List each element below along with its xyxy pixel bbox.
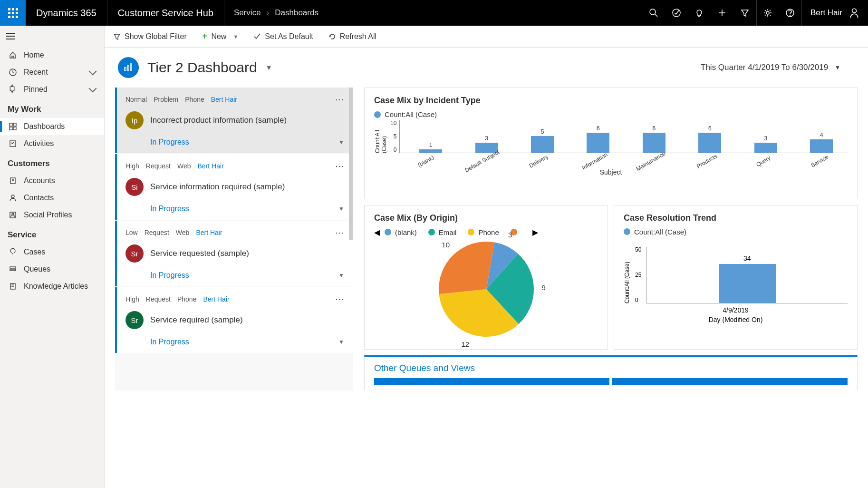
bar-value: 6 [597, 125, 600, 132]
chart-resolution-trend: Case Resolution Trend Count:All (Case) C… [614, 205, 858, 350]
pie-chart: 391210 [439, 242, 534, 337]
svg-point-2 [673, 9, 680, 17]
main-content: Tier 2 Dashboard ▼ This Quarter 4/1/2019… [105, 48, 868, 488]
case-card[interactable]: Normal Problem Phone Bert Hair ⋯ Ip Inco… [115, 88, 353, 153]
svg-rect-17 [13, 127, 16, 130]
plus-icon[interactable] [711, 0, 733, 26]
case-card[interactable]: High Request Phone Bert Hair ⋯ Sr Servic… [115, 287, 353, 353]
chevron-down-icon[interactable]: ▼ [338, 272, 344, 279]
more-icon[interactable]: ⋯ [335, 294, 344, 304]
help-icon[interactable] [779, 0, 802, 26]
bar-value: 6 [653, 125, 656, 132]
dashboard-header: Tier 2 Dashboard ▼ This Quarter 4/1/2019… [105, 48, 868, 88]
chevron-down-icon[interactable]: ▼ [266, 64, 272, 71]
case-title: Service information required (sample) [150, 182, 285, 192]
more-icon[interactable]: ⋯ [335, 161, 344, 171]
avatar: Sr [125, 244, 144, 263]
user-icon [849, 8, 859, 18]
nav-home[interactable]: Home [0, 47, 104, 64]
filter-icon[interactable] [733, 0, 756, 26]
legend-item: Email [428, 228, 457, 236]
nav-label: Contacts [24, 194, 54, 202]
hub-label[interactable]: Customer Service Hub [107, 0, 224, 26]
case-origin: Web [176, 229, 190, 236]
nav-label: Knowledge Articles [24, 282, 88, 291]
nav-label: Activities [24, 139, 54, 148]
new-button[interactable]: + New ▼ [199, 29, 241, 44]
legend-prev-icon[interactable]: ◀ [374, 228, 380, 237]
breadcrumb-page[interactable]: Dashboards [275, 8, 318, 18]
nav-label: Accounts [24, 176, 55, 185]
chart-title: Case Mix by Incident Type [374, 96, 848, 106]
case-origin: Phone [177, 295, 196, 303]
case-owner[interactable]: Bert Hair [196, 229, 222, 236]
svg-point-22 [11, 195, 14, 198]
nav-queues[interactable]: Queues [0, 261, 104, 278]
more-icon[interactable]: ⋯ [335, 227, 344, 238]
breadcrumb-area[interactable]: Service [234, 8, 261, 18]
refresh-icon [328, 33, 336, 40]
brand-label[interactable]: Dynamics 365 [26, 0, 107, 26]
nav-activities[interactable]: Activities [0, 135, 104, 152]
nav-section-mywork: My Work [0, 98, 104, 118]
case-status: In Progress [150, 271, 189, 280]
date-range-label[interactable]: This Quarter 4/1/2019 To 6/30/2019 [701, 63, 828, 72]
case-owner[interactable]: Bert Hair [211, 96, 237, 103]
avatar: Ip [125, 111, 144, 129]
case-type: Problem [154, 96, 178, 103]
lightbulb-icon[interactable] [688, 0, 711, 26]
nav-social-profiles[interactable]: Social Profiles [0, 206, 104, 224]
checkmark-circle-icon[interactable] [665, 0, 688, 26]
legend-item: Count:All (Case) [374, 110, 437, 118]
settings-icon[interactable] [756, 0, 779, 26]
show-global-filter-button[interactable]: Show Global Filter [110, 30, 190, 43]
bar-value: 6 [708, 125, 712, 132]
app-launcher-button[interactable] [0, 0, 26, 26]
trend-value: 34 [719, 254, 776, 262]
nav-pinned[interactable]: Pinned [0, 81, 104, 98]
bar-value: 4 [820, 132, 823, 138]
y-axis-ticks: 50250 [635, 246, 641, 303]
chevron-down-icon[interactable]: ▼ [835, 64, 840, 71]
pie-value-label: 12 [462, 340, 470, 348]
command-bar: Show Global Filter + New ▼ Set As Defaul… [0, 26, 868, 48]
waffle-icon [8, 8, 18, 18]
nav-cases[interactable]: Cases [0, 244, 104, 261]
case-card[interactable]: Low Request Web Bert Hair ⋯ Sr Service r… [115, 221, 353, 286]
legend-item: Phone [468, 228, 499, 236]
case-list[interactable]: Normal Problem Phone Bert Hair ⋯ Ip Inco… [115, 88, 353, 390]
nav-recent[interactable]: Recent [0, 64, 104, 81]
case-owner[interactable]: Bert Hair [203, 295, 229, 303]
svg-point-6 [766, 11, 769, 14]
case-owner[interactable]: Bert Hair [198, 162, 224, 170]
queue-tab[interactable] [374, 378, 609, 385]
activities-icon [9, 139, 17, 148]
clock-icon [9, 68, 17, 77]
home-icon [9, 51, 17, 59]
more-icon[interactable]: ⋯ [335, 94, 344, 105]
user-menu[interactable]: Bert Hair [802, 8, 868, 18]
dashboard-icon [9, 122, 17, 131]
search-icon[interactable] [642, 0, 665, 26]
dashboard-title[interactable]: Tier 2 Dashboard [147, 59, 257, 76]
nav-label: Social Profiles [24, 211, 72, 219]
refresh-all-button[interactable]: Refresh All [326, 30, 379, 43]
hamburger-button[interactable] [0, 26, 21, 47]
bar [698, 133, 721, 153]
nav-contacts[interactable]: Contacts [0, 189, 104, 206]
nav-accounts[interactable]: Accounts [0, 172, 104, 189]
avatar: Si [125, 178, 144, 196]
legend-next-icon[interactable]: ▶ [532, 228, 538, 237]
svg-rect-14 [10, 123, 12, 126]
svg-rect-31 [127, 66, 129, 70]
set-default-button[interactable]: Set As Default [251, 30, 316, 43]
queue-tab[interactable] [612, 378, 848, 385]
chevron-down-icon[interactable]: ▼ [338, 139, 344, 146]
chevron-down-icon[interactable]: ▼ [338, 339, 344, 345]
nav-section-customers: Customers [0, 152, 104, 172]
nav-knowledge-articles[interactable]: Knowledge Articles [0, 278, 104, 295]
nav-dashboards[interactable]: Dashboards [0, 118, 104, 135]
chevron-down-icon[interactable]: ▼ [338, 205, 344, 212]
case-card[interactable]: High Request Web Bert Hair ⋯ Si Service … [115, 154, 353, 220]
person-icon [9, 194, 17, 202]
